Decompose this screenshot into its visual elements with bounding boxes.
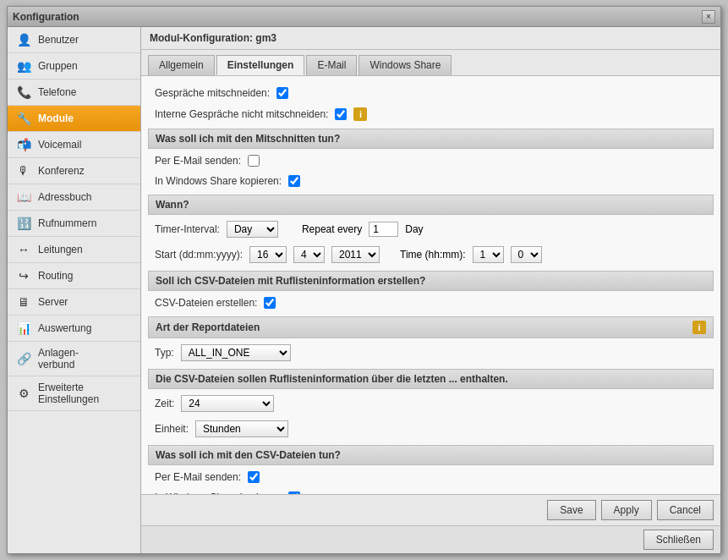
settings-icon: ⚙ bbox=[16, 386, 31, 401]
was-section-header: Was soll ich mit den Mitschnitten tun? bbox=[148, 129, 714, 149]
link-icon: 🔗 bbox=[16, 351, 31, 366]
sidebar-item-voicemail[interactable]: 📬 Voicemail bbox=[8, 132, 140, 158]
tab-windows-share[interactable]: Windows Share bbox=[359, 55, 452, 75]
tab-allgemein[interactable]: Allgemein bbox=[148, 55, 215, 75]
windows-share-checkbox[interactable] bbox=[288, 175, 300, 187]
csv-erstellen-label: CSV-Dateien erstellen: bbox=[155, 297, 257, 309]
sidebar-item-leitungen[interactable]: ↔ Leitungen bbox=[8, 237, 140, 263]
repeat-every-unit: Day bbox=[405, 223, 423, 235]
time-minute-select[interactable]: 0 bbox=[511, 246, 542, 263]
close-button[interactable]: Schließen bbox=[643, 530, 714, 550]
title-bar: Konfiguration × bbox=[8, 7, 720, 27]
per-email-row: Per E-Mail senden: bbox=[148, 151, 714, 171]
csv-erstellen-checkbox[interactable] bbox=[264, 297, 276, 309]
server-icon: 🖥 bbox=[16, 294, 31, 310]
interne-label: Interne Gespräche nicht mitschneiden: bbox=[155, 108, 328, 120]
per-email-label: Per E-Mail senden: bbox=[155, 155, 241, 167]
art-section-header: Art der Reportdateien i bbox=[148, 316, 714, 338]
sidebar-item-anlagen-verbund[interactable]: 🔗 Anlagen-verbund bbox=[8, 342, 140, 376]
start-row: Start (dd:mm:yyyy): 16 4 2011 Time (hh:m… bbox=[148, 242, 714, 267]
right-panel: Modul-Konfiguration: gm3 Allgemein Einst… bbox=[141, 27, 720, 553]
interne-checkbox[interactable] bbox=[335, 108, 347, 120]
was-csv-section-header: Was soll ich mit den CSV-Dateien tun? bbox=[148, 445, 714, 465]
art-section-title: Art der Reportdateien bbox=[156, 321, 260, 333]
sidebar-item-routing[interactable]: ↪ Routing bbox=[8, 263, 140, 289]
routing-icon: ↪ bbox=[16, 268, 31, 283]
sidebar-item-konferenz[interactable]: 🎙 Konferenz bbox=[8, 158, 140, 184]
window-title: Konfiguration bbox=[13, 11, 79, 23]
wann-section-header: Wann? bbox=[148, 195, 714, 215]
tab-email[interactable]: E-Mail bbox=[306, 55, 357, 75]
sidebar-item-label: Gruppen bbox=[38, 60, 78, 72]
windows-share-row: In Windows Share kopieren: bbox=[148, 171, 714, 191]
sidebar-item-auswertung[interactable]: 📊 Auswertung bbox=[8, 316, 140, 342]
cancel-button[interactable]: Cancel bbox=[657, 500, 714, 520]
sidebar-item-server[interactable]: 🖥 Server bbox=[8, 289, 140, 316]
module-icon: 🔧 bbox=[16, 111, 31, 126]
typ-label: Typ: bbox=[155, 347, 174, 359]
time-label: Time (hh:mm): bbox=[400, 249, 466, 261]
close-bar: Schließen bbox=[141, 525, 720, 553]
user-icon: 👤 bbox=[16, 32, 31, 47]
einheit-select[interactable]: Stunden bbox=[195, 420, 288, 437]
csv-info-title: Die CSV-Dateien sollen Ruflisteninformat… bbox=[156, 373, 508, 385]
sidebar-item-adressbuch[interactable]: 📖 Adressbuch bbox=[8, 184, 140, 211]
csv-erstellen-row: CSV-Dateien erstellen: bbox=[148, 293, 714, 313]
main-window: Konfiguration × 👤 Benutzer 👥 Gruppen 📞 T… bbox=[7, 6, 721, 554]
repeat-every-input[interactable] bbox=[369, 222, 398, 237]
sidebar-item-erweiterte-einstellungen[interactable]: ⚙ ErweiterteEinstellungen bbox=[8, 376, 140, 411]
chart-icon: 📊 bbox=[16, 321, 31, 336]
csv-info-section-header: Die CSV-Dateien sollen Ruflisteninformat… bbox=[148, 369, 714, 389]
csv-section-header: Soll ich CSV-Dateien mit Ruflisteninform… bbox=[148, 271, 714, 291]
was-section-title: Was soll ich mit den Mitschnitten tun? bbox=[156, 133, 340, 145]
save-button[interactable]: Save bbox=[547, 500, 595, 520]
sidebar-item-telefone[interactable]: 📞 Telefone bbox=[8, 80, 140, 106]
zeit-row: Zeit: 24 bbox=[148, 391, 714, 416]
zeit-label: Zeit: bbox=[155, 398, 174, 409]
typ-row: Typ: ALL_IN_ONE bbox=[148, 340, 714, 365]
apply-button[interactable]: Apply bbox=[601, 500, 652, 520]
sidebar-item-label: Leitungen bbox=[38, 244, 83, 255]
per-email-checkbox[interactable] bbox=[248, 155, 260, 167]
numbers-icon: 🔢 bbox=[16, 216, 31, 231]
csv-windows-row: In Windows Share kopieren: bbox=[148, 487, 714, 494]
start-year-select[interactable]: 2011 bbox=[331, 246, 380, 263]
sidebar-item-gruppen[interactable]: 👥 Gruppen bbox=[8, 53, 140, 80]
content-area: Gespräche mitschneiden: Interne Gespräch… bbox=[141, 76, 720, 494]
zeit-select[interactable]: 24 bbox=[181, 395, 274, 412]
voicemail-icon: 📬 bbox=[16, 137, 31, 152]
typ-select[interactable]: ALL_IN_ONE bbox=[181, 344, 291, 361]
sidebar-item-label: Konferenz bbox=[38, 165, 85, 177]
sidebar-item-module[interactable]: 🔧 Module bbox=[8, 106, 140, 132]
lines-icon: ↔ bbox=[16, 242, 31, 257]
start-label: Start (dd:mm:yyyy): bbox=[155, 249, 243, 261]
timer-interval-label: Timer-Interval: bbox=[155, 223, 220, 235]
sidebar-item-label: ErweiterteEinstellungen bbox=[38, 382, 99, 405]
time-hour-select[interactable]: 1 bbox=[473, 246, 504, 263]
sidebar-item-label: Voicemail bbox=[38, 139, 81, 151]
sidebar-item-label: Telefone bbox=[38, 86, 76, 98]
sidebar-item-label: Adressbuch bbox=[38, 191, 91, 203]
wann-section-title: Wann? bbox=[156, 199, 189, 211]
info-icon: i bbox=[353, 107, 367, 121]
sidebar-item-label: Routing bbox=[38, 270, 73, 282]
windows-share-label: In Windows Share kopieren: bbox=[155, 175, 282, 187]
start-month-select[interactable]: 4 bbox=[293, 246, 325, 263]
conference-icon: 🎙 bbox=[16, 163, 31, 178]
sidebar-item-benutzer[interactable]: 👤 Benutzer bbox=[8, 27, 140, 53]
repeat-every-label: Repeat every bbox=[302, 223, 362, 235]
csv-email-label: Per E-Mail senden: bbox=[155, 471, 241, 483]
art-info-icon: i bbox=[692, 321, 706, 334]
csv-email-checkbox[interactable] bbox=[248, 471, 260, 483]
sidebar-item-label: Benutzer bbox=[38, 34, 79, 46]
window-close-button[interactable]: × bbox=[702, 10, 715, 24]
sidebar-item-rufnummern[interactable]: 🔢 Rufnummern bbox=[8, 211, 140, 237]
main-content: 👤 Benutzer 👥 Gruppen 📞 Telefone 🔧 Module… bbox=[8, 27, 720, 553]
bottom-bar: Save Apply Cancel bbox=[141, 494, 720, 525]
start-day-select[interactable]: 16 bbox=[249, 246, 287, 263]
gesprache-checkbox[interactable] bbox=[276, 87, 288, 99]
phone-icon: 📞 bbox=[16, 85, 31, 100]
timer-interval-select[interactable]: Day Hour Week bbox=[227, 221, 278, 238]
tab-einstellungen[interactable]: Einstellungen bbox=[216, 55, 305, 75]
sidebar: 👤 Benutzer 👥 Gruppen 📞 Telefone 🔧 Module… bbox=[8, 27, 141, 553]
